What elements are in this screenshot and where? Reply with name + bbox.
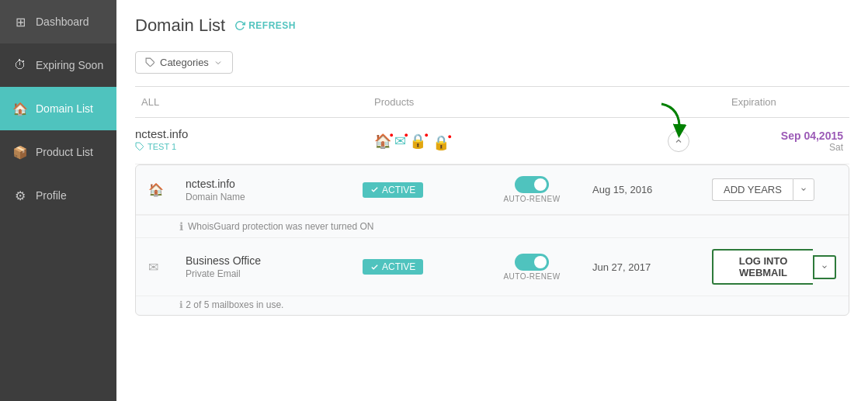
- whoisguard-text: WhoisGuard protection was never turned O…: [188, 221, 373, 232]
- email-status-cell: ACTIVE: [363, 259, 471, 275]
- expand-col: [632, 130, 725, 152]
- expanded-email-row: ✉ Business Office Private Email ACTIVE: [136, 237, 849, 315]
- check-icon-2: [370, 263, 379, 271]
- sidebar-label-profile: Profile: [36, 189, 67, 202]
- domain-detail-info: nctest.info Domain Name: [186, 178, 356, 202]
- add-years-button[interactable]: ADD YEARS: [712, 178, 793, 201]
- refresh-icon: [234, 20, 245, 31]
- mailbox-notice: ℹ 2 of 5 mailboxes in use.: [136, 296, 849, 315]
- chevron-down-icon: [214, 58, 223, 67]
- products-icons-cell: 🏠 ● ✉ ● 🔒 ● 🔒 ●: [368, 131, 632, 151]
- email-detail-type: Private Email: [186, 268, 356, 279]
- col-products: Products: [368, 93, 632, 111]
- clock-icon: [12, 57, 28, 73]
- domain-status-badge: ACTIVE: [363, 182, 423, 198]
- dashboard-icon: [12, 14, 28, 29]
- red-dot-email: ●: [404, 131, 408, 139]
- product-icon-lock1: 🔒 ●: [409, 133, 426, 150]
- sidebar-item-profile[interactable]: Profile: [0, 174, 116, 217]
- refresh-label: REFRESH: [248, 20, 296, 31]
- domain-expiration-cell: Aug 15, 2016: [592, 184, 706, 195]
- domain-autorenew-toggle[interactable]: [515, 176, 549, 193]
- webmail-dropdown[interactable]: [813, 255, 836, 279]
- tag-small-icon: [135, 142, 144, 151]
- info-icon: ℹ: [179, 220, 183, 233]
- sidebar-item-dashboard[interactable]: Dashboard: [0, 0, 116, 43]
- add-years-dropdown[interactable]: [793, 178, 814, 201]
- expanded-domain-row: 🏠 nctest.info Domain Name ACTIVE AUTO-: [136, 165, 849, 237]
- categories-button[interactable]: Categories: [135, 51, 233, 74]
- box-icon: [12, 144, 28, 160]
- gear-icon: [12, 188, 28, 203]
- sidebar-item-domain-list[interactable]: Domain List: [0, 87, 116, 130]
- col-expiration: Expiration: [725, 93, 849, 111]
- refresh-button[interactable]: REFRESH: [234, 20, 296, 31]
- expanded-panel: 🏠 nctest.info Domain Name ACTIVE AUTO-: [135, 164, 849, 316]
- log-into-webmail-button[interactable]: LOG INTO WEBMAIL: [712, 249, 813, 285]
- product-icon-lock2: 🔒 ●: [432, 134, 450, 151]
- page-header: Domain List REFRESH: [135, 16, 849, 36]
- sidebar-label-expiring: Expiring Soon: [36, 59, 103, 71]
- categories-label: Categories: [160, 57, 209, 68]
- email-detail-info: Business Office Private Email: [186, 254, 356, 279]
- email-autorenew-toggle[interactable]: [515, 254, 549, 271]
- email-detail-row: ✉ Business Office Private Email ACTIVE: [136, 237, 849, 296]
- dropdown-chevron-icon: [800, 185, 807, 193]
- sidebar-item-product-list[interactable]: Product List: [0, 130, 116, 174]
- main-content: Domain List REFRESH Categories ALL Produ…: [116, 0, 868, 401]
- expiration-day: Sat: [725, 142, 843, 153]
- product-icon-email: ✉ ●: [394, 133, 406, 150]
- sidebar-label-domain: Domain List: [36, 102, 93, 115]
- domain-row: nctest.info TEST 1 🏠 ● ✉ ● 🔒 ●: [135, 118, 849, 164]
- email-status-badge: ACTIVE: [363, 259, 423, 275]
- check-icon: [370, 185, 379, 194]
- domain-tag-label: TEST 1: [148, 142, 176, 151]
- domain-status-cell: ACTIVE: [363, 182, 471, 198]
- email-action-group: LOG INTO WEBMAIL: [712, 249, 836, 285]
- mailbox-text: 2 of 5 mailboxes in use.: [186, 299, 283, 310]
- domain-action-group: ADD YEARS: [712, 178, 836, 201]
- product-icon-home: 🏠 ●: [374, 133, 391, 150]
- expiration-date: Sep 04,2015: [725, 130, 843, 142]
- domain-autorenew-cell: AUTO-RENEW: [477, 176, 586, 203]
- red-dot-home: ●: [390, 131, 394, 139]
- domain-info-cell: nctest.info TEST 1: [135, 127, 368, 154]
- red-dot-lock2: ●: [448, 133, 452, 140]
- sidebar-label-product: Product List: [36, 146, 93, 158]
- col-all: ALL: [135, 93, 368, 111]
- email-expiration-cell: Jun 27, 2017: [592, 261, 706, 273]
- email-autorenew-label: AUTO-RENEW: [503, 272, 560, 281]
- tag-icon: [145, 57, 155, 67]
- domain-tag: TEST 1: [135, 142, 176, 151]
- row-home-icon: 🏠: [148, 182, 179, 197]
- page-title: Domain List: [135, 16, 225, 36]
- domain-detail-type: Domain Name: [186, 192, 356, 202]
- webmail-chevron-icon: [821, 263, 828, 271]
- sidebar-item-expiring-soon[interactable]: Expiring Soon: [0, 43, 116, 87]
- table-header: ALL Products Expiration: [135, 86, 849, 118]
- sidebar: Dashboard Expiring Soon Domain List Prod…: [0, 0, 116, 401]
- red-dot-lock1: ●: [425, 131, 429, 139]
- domain-detail-name: nctest.info: [186, 178, 356, 190]
- domain-detail-row: 🏠 nctest.info Domain Name ACTIVE AUTO-: [136, 165, 849, 215]
- email-autorenew-cell: AUTO-RENEW: [477, 254, 586, 281]
- domain-autorenew-label: AUTO-RENEW: [503, 195, 560, 203]
- email-detail-name: Business Office: [186, 254, 356, 267]
- row-email-icon: ✉: [148, 260, 179, 275]
- sidebar-label-dashboard: Dashboard: [36, 16, 89, 28]
- expiration-cell: Sep 04,2015 Sat: [725, 130, 849, 153]
- green-arrow-icon: [658, 100, 689, 139]
- domain-name: nctest.info: [135, 127, 368, 140]
- home-icon: [12, 101, 28, 116]
- whoisguard-notice: ℹ WhoisGuard protection was never turned…: [136, 215, 849, 237]
